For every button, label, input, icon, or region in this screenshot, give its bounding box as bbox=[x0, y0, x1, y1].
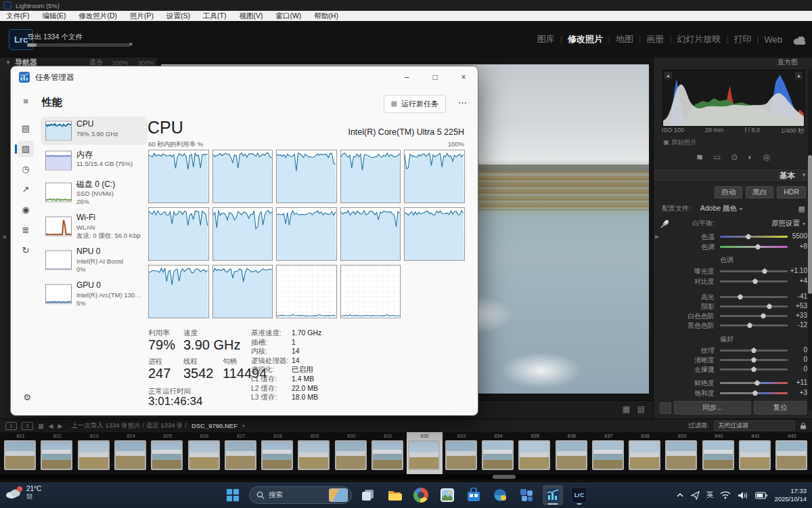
details-icon[interactable]: ≣ bbox=[18, 222, 34, 238]
cpu-core-graph-13[interactable] bbox=[340, 265, 401, 318]
slider-track[interactable] bbox=[720, 324, 788, 326]
cpu-core-graph-1[interactable] bbox=[212, 150, 273, 203]
run-new-task-button[interactable]: ⊞ 运行新任务 bbox=[384, 95, 446, 113]
startup-icon[interactable]: ↗ bbox=[18, 182, 34, 198]
masking-tool-icon[interactable]: ≋ bbox=[696, 152, 703, 162]
filmstrip-thumbnail[interactable]: 835 bbox=[517, 432, 553, 474]
taskbar-app-task-manager[interactable] bbox=[543, 485, 563, 505]
panel-collapse-right-icon[interactable]: ▶ bbox=[655, 234, 659, 240]
filmstrip-thumbnail[interactable]: 842 bbox=[774, 432, 810, 474]
filmstrip-thumbnail[interactable]: 832 bbox=[407, 432, 443, 474]
compare-view-icon[interactable]: ▤ bbox=[637, 404, 645, 414]
users-icon[interactable]: ◉ bbox=[18, 202, 34, 218]
reset-button[interactable]: 复位 bbox=[754, 401, 807, 415]
slider-thumb[interactable] bbox=[755, 244, 761, 249]
lens-tool-icon[interactable]: ◎ bbox=[763, 152, 770, 162]
histogram[interactable]: ▲ ▲ bbox=[662, 70, 805, 127]
slider-track[interactable] bbox=[720, 315, 788, 317]
sync-button[interactable]: 同步... bbox=[674, 401, 751, 415]
secondary-monitor-icon[interactable]: 2 bbox=[22, 422, 33, 430]
slider-thumb[interactable] bbox=[767, 303, 772, 309]
menu-item-5[interactable]: 工具(T) bbox=[203, 12, 226, 21]
module-tab-2[interactable]: 地图 bbox=[610, 33, 639, 45]
cpu-core-graph-10[interactable] bbox=[148, 265, 209, 318]
slider-thumb[interactable] bbox=[762, 268, 767, 274]
menu-item-2[interactable]: 修改照片(D) bbox=[78, 12, 117, 21]
menu-item-0[interactable]: 文件(F) bbox=[6, 12, 29, 21]
module-tab-6[interactable]: Web bbox=[759, 35, 788, 45]
slider-track[interactable] bbox=[720, 305, 788, 308]
grid-view-icon[interactable]: ▦ bbox=[623, 404, 630, 414]
menu-item-1[interactable]: 编辑(E) bbox=[42, 12, 66, 21]
filmstrip-thumbnail[interactable]: 822 bbox=[39, 432, 75, 474]
filmstrip-thumbnail[interactable]: 826 bbox=[187, 432, 223, 474]
close-icon[interactable]: × bbox=[449, 66, 478, 88]
slider-track[interactable] bbox=[720, 236, 788, 238]
services-icon[interactable]: ↻ bbox=[18, 242, 34, 259]
basic-button-2[interactable]: HDR bbox=[777, 186, 806, 198]
menu-item-3[interactable]: 照片(P) bbox=[130, 12, 154, 21]
perf-panel-cpu[interactable]: CPU79% 3.90 GHz bbox=[41, 117, 148, 145]
cpu-core-graph-11[interactable] bbox=[212, 265, 273, 318]
slider-track[interactable] bbox=[720, 246, 788, 248]
menu-item-4[interactable]: 设置(S) bbox=[166, 12, 190, 21]
cpu-core-graph-3[interactable] bbox=[340, 150, 401, 203]
start-button[interactable] bbox=[223, 485, 243, 505]
menu-item-7[interactable]: 窗口(W) bbox=[275, 12, 301, 21]
menu-item-6[interactable]: 视图(V) bbox=[239, 12, 263, 21]
cpu-core-graph-2[interactable] bbox=[276, 150, 337, 203]
module-tab-3[interactable]: 画册 bbox=[641, 33, 669, 45]
crop-tool-icon[interactable]: ▭ bbox=[713, 152, 721, 162]
heal-tool-icon[interactable]: ⊙ bbox=[731, 152, 738, 162]
wifi-icon[interactable] bbox=[720, 491, 731, 499]
cpu-core-graph-7[interactable] bbox=[276, 207, 337, 261]
perf-panel-gpu[interactable]: GPU 0Intel(R) Arc(TM) 130…5% bbox=[41, 278, 148, 310]
module-tab-5[interactable]: 打印 bbox=[728, 33, 757, 45]
wb-value[interactable]: 原照设置 bbox=[771, 219, 800, 228]
basic-panel-header[interactable]: 基本 ▼ bbox=[654, 168, 812, 182]
filmstrip-thumbnail[interactable]: 841 bbox=[738, 432, 773, 474]
more-options-icon[interactable]: ⋯ bbox=[458, 98, 467, 108]
taskbar-search-box[interactable]: 搜索 bbox=[249, 486, 352, 504]
basic-button-0[interactable]: 自动 bbox=[715, 186, 742, 198]
filmstrip-thumbnail[interactable]: 836 bbox=[554, 432, 590, 474]
cpu-core-graph-4[interactable] bbox=[404, 150, 465, 203]
history-icon[interactable]: ◷ bbox=[18, 161, 34, 177]
filmstrip-thumbnail[interactable]: 824 bbox=[113, 432, 149, 474]
slider-thumb[interactable] bbox=[751, 347, 757, 353]
taskbar-app-photos[interactable] bbox=[437, 485, 457, 505]
taskbar-app-browser[interactable] bbox=[411, 485, 431, 505]
highlight-clipping-icon[interactable]: ▲ bbox=[795, 72, 803, 79]
filmstrip-thumbnail[interactable]: 827 bbox=[223, 432, 259, 474]
slider-thumb[interactable] bbox=[751, 357, 757, 362]
slider-thumb[interactable] bbox=[754, 380, 760, 385]
original-photo-label[interactable]: ▣ 原始照片 bbox=[663, 138, 697, 147]
filmstrip-thumbnail[interactable]: 838 bbox=[627, 432, 663, 474]
filmstrip-thumbnail[interactable]: 833 bbox=[444, 432, 480, 474]
taskbar-app-file-explorer[interactable] bbox=[384, 485, 405, 505]
taskbar-app-lightroom[interactable]: LrC bbox=[569, 485, 589, 505]
performance-icon[interactable]: ▨ bbox=[18, 141, 34, 157]
redeye-tool-icon[interactable]: ◐ bbox=[748, 152, 752, 162]
slider-track[interactable] bbox=[720, 270, 788, 272]
slider-thumb[interactable] bbox=[746, 234, 751, 239]
slider-track[interactable] bbox=[720, 280, 788, 282]
ime-indicator[interactable]: 英 bbox=[706, 490, 714, 500]
perf-panel-mem[interactable]: 内存11.5/15.4 GB (75%) bbox=[41, 146, 148, 175]
cpu-core-graph-0[interactable] bbox=[148, 150, 209, 203]
filmstrip-thumbnail[interactable]: 823 bbox=[76, 432, 112, 474]
slider-thumb[interactable] bbox=[752, 278, 758, 284]
cpu-core-graph-9[interactable] bbox=[404, 207, 465, 261]
taskbar-app-globe-browser[interactable] bbox=[490, 485, 510, 505]
slider-thumb[interactable] bbox=[761, 313, 766, 318]
histogram-panel-title[interactable]: 直方图 bbox=[777, 58, 798, 67]
basic-button-1[interactable]: 黑白 bbox=[746, 186, 773, 198]
filmstrip-scrollbar[interactable] bbox=[0, 474, 812, 480]
cpu-core-graph-8[interactable] bbox=[340, 207, 401, 261]
eyedropper-icon[interactable] bbox=[660, 219, 669, 228]
module-tab-4[interactable]: 幻灯片放映 bbox=[671, 33, 726, 45]
filter-dropdown[interactable]: 关闭过滤器 bbox=[714, 421, 795, 431]
slider-track[interactable] bbox=[720, 350, 788, 352]
perf-panel-disk[interactable]: 磁盘 0 (C:)SSD (NVMe)26% bbox=[41, 176, 148, 209]
cloud-sync-icon[interactable] bbox=[793, 36, 807, 48]
